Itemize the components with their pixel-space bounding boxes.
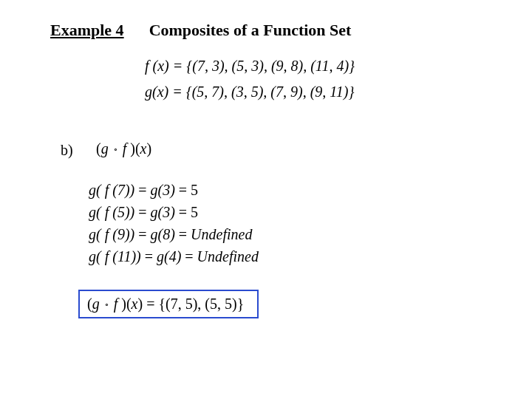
work-lhs: g( f (9))	[89, 226, 134, 242]
equals-icon: =	[138, 204, 150, 220]
result-box: (g ∘ f )(x) = {(7, 5), (5, 5)}	[78, 290, 259, 318]
work-rhs: 5	[191, 182, 198, 198]
result-close: )	[137, 296, 143, 312]
result-set: {(7, 5), (5, 5)}	[158, 296, 244, 312]
header-row: Example 4 Composites of a Function Set	[50, 21, 351, 40]
composition-end: )	[146, 140, 151, 157]
compose-icon: ∘	[112, 145, 119, 154]
work-mid: g(8)	[150, 226, 174, 242]
result-mid: )(	[121, 296, 131, 312]
compose-icon: ∘	[103, 300, 110, 309]
f-definition: f (x) = {(7, 3), (5, 3), (9, 8), (11, 4)…	[145, 58, 355, 75]
g-definition-text: g(x) = {(5, 7), (3, 5), (7, 9), (9, 11)}	[145, 83, 355, 100]
composition-close: )(	[130, 140, 140, 157]
equals-icon: =	[179, 182, 191, 198]
equals-icon: =	[138, 182, 150, 198]
work-rhs: 5	[191, 204, 198, 220]
composition-g: g	[101, 140, 109, 157]
work-rhs: Undefined	[191, 226, 252, 242]
equals-icon: =	[145, 248, 157, 265]
composition-label: (g ∘ f )(x)	[96, 140, 151, 157]
work-row: g( f (5)) = g(3) = 5	[89, 201, 259, 223]
composition-open: (	[96, 140, 101, 157]
work-row: g( f (11)) = g(4) = Undefined	[89, 245, 259, 267]
work-lhs: g( f (11))	[89, 248, 141, 265]
work-lhs: g( f (7))	[89, 182, 134, 198]
result-f: f	[114, 296, 122, 312]
work-mid: g(4)	[157, 248, 181, 265]
equals-icon: =	[179, 226, 191, 242]
result-g: g	[92, 296, 100, 312]
work-mid: g(3)	[150, 182, 174, 198]
part-label: b)	[61, 142, 73, 159]
function-definitions: f (x) = {(7, 3), (5, 3), (9, 8), (11, 4)…	[145, 58, 355, 109]
work-lhs: g( f (5))	[89, 204, 134, 220]
composition-f: f	[123, 140, 131, 157]
equals-icon: =	[146, 296, 158, 312]
result-open: (	[87, 296, 92, 312]
work-row: g( f (7)) = g(3) = 5	[89, 179, 259, 201]
equals-icon: =	[185, 248, 197, 265]
equals-icon: =	[179, 204, 191, 220]
f-definition-text: f (x) = {(7, 3), (5, 3), (9, 8), (11, 4)…	[145, 58, 355, 74]
example-number: Example 4	[50, 21, 124, 40]
work-mid: g(3)	[150, 204, 174, 220]
work-steps: g( f (7)) = g(3) = 5 g( f (5)) = g(3) = …	[89, 179, 259, 267]
page-title: Composites of a Function Set	[149, 21, 352, 40]
equals-icon: =	[138, 226, 150, 242]
work-row: g( f (9)) = g(8) = Undefined	[89, 223, 259, 245]
g-definition: g(x) = {(5, 7), (3, 5), (7, 9), (9, 11)}	[145, 83, 355, 100]
work-rhs: Undefined	[197, 248, 259, 265]
